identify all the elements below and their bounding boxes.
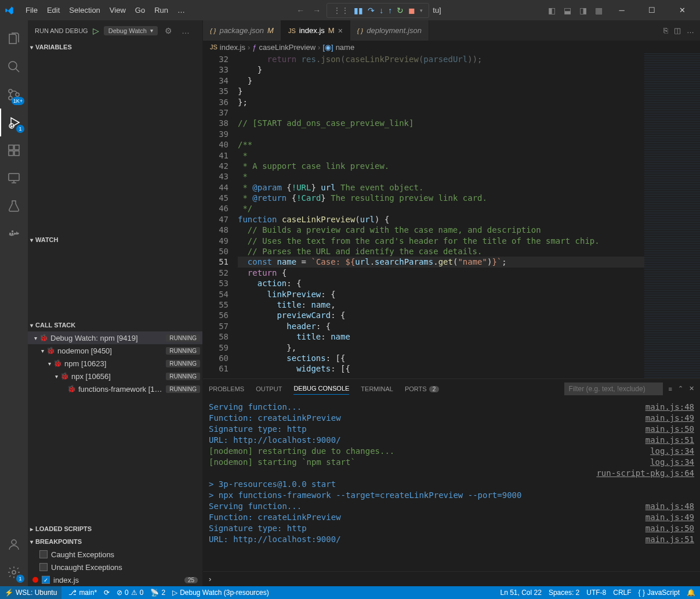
cursor-position[interactable]: Ln 51, Col 22 (500, 589, 542, 597)
menu-edit[interactable]: Edit (42, 3, 64, 17)
drag-handle-icon[interactable]: ⋮⋮ (333, 6, 349, 15)
tab-index-js[interactable]: JS index.js M × (281, 20, 350, 41)
tab-package-json[interactable]: { } package.json M (203, 20, 281, 41)
code-content[interactable]: return res.json(caseLinkPreview(parsedUr… (238, 53, 644, 378)
eol[interactable]: CRLF (613, 589, 631, 597)
restart-icon[interactable]: ↻ (397, 6, 404, 15)
callstack-row[interactable]: ▾ 🐞 npm [10623] RUNNING (28, 357, 202, 370)
panel-tab-problems[interactable]: PROBLEMS (209, 383, 244, 395)
console-source-link[interactable]: main.js:51 (645, 435, 694, 446)
menu-view[interactable]: View (105, 3, 130, 17)
checkbox[interactable] (39, 550, 48, 558)
nav-back-icon[interactable]: ← (294, 3, 307, 17)
loaded-scripts-header[interactable]: ▸ LOADED SCRIPTS (28, 522, 202, 535)
encoding[interactable]: UTF-8 (586, 589, 606, 597)
breakpoint-caught-exceptions[interactable]: Caught Exceptions (28, 548, 202, 561)
callstack-row[interactable]: 🐞 functions-framework [106… RUNNING (28, 383, 202, 395)
breakpoints-header[interactable]: ▾ BREAKPOINTS (28, 535, 202, 548)
close-tab-icon[interactable]: × (338, 26, 343, 35)
variables-section-header[interactable]: ▾ VARIABLES (28, 41, 202, 53)
breakpoint-uncaught-exceptions[interactable]: Uncaught Exceptions (28, 561, 202, 573)
indentation[interactable]: Spaces: 2 (549, 589, 579, 597)
console-filter-input[interactable] (564, 383, 663, 395)
panel-tab-output[interactable]: OUTPUT (256, 383, 282, 395)
layout-bottom-icon[interactable]: ⬓ (561, 3, 574, 17)
ports-indicator[interactable]: 📡2 (150, 589, 165, 597)
callstack-section-header[interactable]: ▾ CALL STACK (28, 319, 202, 331)
debug-config-dropdown[interactable]: Debug Watch ▾ (104, 26, 158, 35)
testing-icon[interactable] (0, 192, 28, 220)
search-icon[interactable] (0, 53, 28, 81)
minimize-button[interactable]: ─ (608, 0, 635, 20)
panel-tab-terminal[interactable]: TERMINAL (361, 383, 393, 395)
close-panel-icon[interactable]: ✕ (689, 385, 694, 392)
console-source-link[interactable]: main.js:48 (645, 402, 694, 413)
remote-indicator[interactable]: ⚡ WSL: Ubuntu (0, 586, 61, 599)
stop-icon[interactable]: ◼ (408, 6, 415, 15)
console-source-link[interactable]: log.js:34 (650, 446, 694, 457)
pause-icon[interactable]: ▮▮ (354, 6, 363, 15)
extensions-icon[interactable] (0, 136, 28, 164)
layout-customize-icon[interactable]: ▦ (593, 3, 605, 17)
console-source-link[interactable]: main.js:48 (645, 501, 694, 512)
console-source-link[interactable]: main.js:51 (645, 534, 694, 545)
callstack-row[interactable]: ▾ 🐞 Debug Watch: npm [9419] RUNNING (28, 331, 202, 344)
notifications-icon[interactable]: 🔔 (687, 589, 695, 597)
git-branch[interactable]: ⎇ main* (68, 589, 97, 597)
language-mode[interactable]: { } JavaScript (639, 589, 680, 597)
breadcrumb-item[interactable]: index.js (220, 43, 245, 52)
breadcrumb[interactable]: JS index.js › ƒ caseLinkPreview › [◉] na… (203, 41, 700, 53)
layout-left-icon[interactable]: ◧ (546, 3, 558, 17)
menu-go[interactable]: Go (130, 3, 150, 17)
remote-explorer-icon[interactable] (0, 164, 28, 192)
step-into-icon[interactable]: ↓ (379, 6, 383, 15)
explorer-icon[interactable] (0, 25, 28, 53)
checkbox[interactable]: ✓ (42, 576, 50, 584)
console-source-link[interactable]: main.js:49 (645, 413, 694, 424)
watch-section-header[interactable]: ▾ WATCH (28, 233, 202, 246)
gear-icon[interactable]: ⚙ (162, 24, 175, 38)
menu-selection[interactable]: Selection (64, 3, 104, 17)
filter-icon[interactable]: ≡ (669, 385, 672, 392)
breadcrumb-item[interactable]: name (336, 43, 355, 52)
debug-status[interactable]: ▷ Debug Watch (3p-resources) (172, 589, 269, 597)
editor-body[interactable]: 3233343536373839404142434445464748495051… (203, 53, 700, 378)
breakpoint-file[interactable]: ✓ index.js 25 (28, 573, 202, 586)
menu-…[interactable]: … (173, 3, 190, 17)
debug-console[interactable]: Serving function... main.js:48Function: … (203, 398, 700, 571)
console-source-link[interactable]: main.js:49 (645, 512, 694, 523)
panel-tab-ports[interactable]: PORTS2 (405, 383, 439, 395)
run-debug-icon[interactable]: 1 (0, 109, 28, 136)
dropdown-icon[interactable]: ▾ (420, 8, 423, 13)
maximize-button[interactable]: ☐ (639, 0, 665, 20)
console-source-link[interactable]: main.js:50 (645, 523, 694, 534)
docker-icon[interactable] (0, 220, 28, 248)
console-input[interactable]: › (203, 571, 700, 586)
breadcrumb-item[interactable]: caseLinkPreview (259, 43, 316, 52)
collapse-icon[interactable]: ⌃ (678, 385, 683, 392)
nav-forward-icon[interactable]: → (310, 3, 323, 17)
step-over-icon[interactable]: ↷ (368, 6, 375, 15)
close-button[interactable]: ✕ (669, 0, 695, 20)
problems-indicator[interactable]: ⊘0 ⚠0 (117, 589, 143, 597)
console-source-link[interactable]: log.js:34 (650, 457, 694, 468)
layout-right-icon[interactable]: ◨ (577, 3, 589, 17)
source-control-icon[interactable]: 1K+ (0, 81, 28, 109)
callstack-row[interactable]: ▾ 🐞 nodemon [9450] RUNNING (28, 344, 202, 357)
callstack-row[interactable]: ▾ 🐞 npx [10656] RUNNING (28, 370, 202, 383)
accounts-icon[interactable] (0, 531, 28, 558)
menu-file[interactable]: File (21, 3, 42, 17)
checkbox[interactable] (39, 563, 48, 571)
start-debug-button[interactable]: ▷ (93, 26, 99, 35)
compare-icon[interactable]: ⎘ (663, 26, 668, 35)
split-editor-icon[interactable]: ◫ (674, 26, 681, 35)
console-source-link[interactable]: run-script-pkg.js:64 (596, 468, 694, 479)
settings-icon[interactable]: 1 (0, 558, 28, 586)
more-icon[interactable]: … (179, 24, 192, 38)
more-icon[interactable]: … (687, 26, 694, 35)
tab-deployment-json[interactable]: { } deployment.json (350, 20, 429, 41)
panel-tab-debug-console[interactable]: DEBUG CONSOLE (293, 383, 349, 395)
console-source-link[interactable]: main.js:50 (645, 424, 694, 435)
step-out-icon[interactable]: ↑ (388, 6, 392, 15)
sync-button[interactable]: ⟳ (104, 589, 110, 597)
